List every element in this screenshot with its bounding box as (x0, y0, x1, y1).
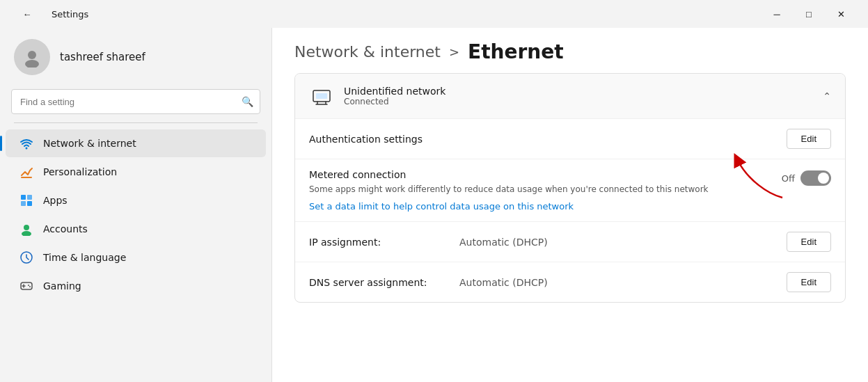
sidebar: tashreef shareef 🔍 (0, 28, 271, 382)
gaming-icon (19, 279, 33, 293)
svg-rect-4 (21, 195, 26, 200)
close-button[interactable]: ✕ (825, 3, 857, 25)
breadcrumb-current: Ethernet (468, 40, 564, 63)
apps-icon (19, 193, 33, 207)
sidebar-item-apps[interactable]: Apps (6, 186, 266, 214)
maximize-button[interactable]: □ (793, 3, 825, 25)
avatar (14, 39, 50, 75)
svg-point-0 (28, 51, 36, 59)
search-box: 🔍 (11, 89, 260, 114)
sidebar-item-accounts[interactable]: Accounts (6, 215, 266, 243)
metered-title: Metered connection (309, 169, 771, 180)
app-title: Settings (52, 9, 88, 19)
sidebar-item-apps-label: Apps (43, 195, 68, 206)
svg-point-13 (29, 286, 31, 287)
breadcrumb-parent[interactable]: Network & internet (294, 43, 441, 61)
sidebar-item-accounts-label: Accounts (43, 223, 88, 234)
ip-assignment-value: Automatic (DHCP) (459, 237, 775, 248)
network-name: Unidentified network (344, 86, 813, 97)
sidebar-item-network-label: Network & internet (43, 138, 136, 149)
dns-assignment-value: Automatic (DHCP) (459, 277, 775, 288)
content-area: tashreef shareef 🔍 (0, 28, 868, 382)
network-status: Connected (344, 97, 813, 106)
scroll-area: Unidentified network Connected ⌃ Authent… (272, 73, 868, 382)
dns-assignment-label: DNS server assignment: (309, 277, 448, 288)
main-content: Network & internet > Ethernet (271, 28, 868, 382)
time-icon (19, 250, 33, 264)
metered-description: Some apps might work differently to redu… (309, 183, 727, 196)
window-controls: ─ □ ✕ (761, 3, 857, 25)
minimize-button[interactable]: ─ (761, 3, 793, 25)
authentication-row: Authentication settings Edit (295, 118, 845, 159)
authentication-label: Authentication settings (309, 134, 775, 145)
sidebar-item-personalization[interactable]: Personalization (6, 158, 266, 186)
svg-rect-5 (27, 195, 32, 200)
svg-rect-7 (27, 201, 32, 206)
dns-assignment-edit-button[interactable]: Edit (787, 272, 831, 292)
ip-assignment-edit-button[interactable]: Edit (787, 232, 831, 252)
svg-point-2 (26, 148, 28, 150)
svg-point-8 (24, 225, 29, 230)
sidebar-item-gaming[interactable]: Gaming (6, 272, 266, 300)
svg-rect-6 (21, 201, 26, 206)
authentication-edit-button[interactable]: Edit (787, 129, 831, 149)
svg-point-1 (25, 60, 39, 67)
svg-point-12 (28, 285, 29, 286)
sidebar-divider (14, 122, 258, 123)
metered-content: Metered connection Some apps might work … (309, 169, 771, 212)
back-button[interactable]: ← (11, 3, 43, 25)
search-icon: 🔍 (242, 96, 253, 107)
toggle-off-label: Off (782, 173, 795, 184)
metered-connection-row: Metered connection Some apps might work … (295, 159, 845, 221)
sidebar-item-gaming-label: Gaming (43, 280, 81, 292)
network-header[interactable]: Unidentified network Connected ⌃ (295, 74, 845, 118)
breadcrumb-separator: > (449, 45, 459, 59)
svg-rect-3 (21, 177, 32, 178)
network-header-info: Unidentified network Connected (344, 86, 813, 106)
network-card-icon (309, 83, 334, 109)
sidebar-item-time[interactable]: Time & language (6, 244, 266, 271)
svg-rect-15 (316, 93, 327, 99)
network-card: Unidentified network Connected ⌃ Authent… (294, 73, 846, 303)
ip-assignment-label: IP assignment: (309, 237, 448, 248)
sidebar-item-personalization-label: Personalization (43, 166, 117, 177)
accounts-icon (19, 222, 33, 236)
search-input[interactable] (11, 89, 260, 114)
svg-point-9 (22, 231, 31, 236)
titlebar: ← Settings ─ □ ✕ (0, 0, 868, 28)
nav-list: Network & internet Personalization (0, 126, 271, 382)
username: tashreef shareef (60, 51, 145, 63)
dns-assignment-row: DNS server assignment: Automatic (DHCP) … (295, 262, 845, 302)
ip-assignment-row: IP assignment: Automatic (DHCP) Edit (295, 221, 845, 262)
chevron-up-icon: ⌃ (823, 90, 831, 102)
data-limit-link[interactable]: Set a data limit to help control data us… (309, 201, 771, 212)
metered-toggle-area: Off (782, 170, 831, 186)
sidebar-item-network[interactable]: Network & internet (6, 129, 266, 157)
metered-toggle[interactable] (800, 170, 831, 186)
user-section: tashreef shareef (0, 28, 271, 86)
personalization-icon (19, 165, 33, 179)
sidebar-item-time-label: Time & language (43, 252, 126, 263)
breadcrumb: Network & internet > Ethernet (272, 28, 868, 73)
network-icon (19, 136, 33, 150)
settings-window: ← Settings ─ □ ✕ tashreef shareef 🔍 (0, 0, 868, 382)
